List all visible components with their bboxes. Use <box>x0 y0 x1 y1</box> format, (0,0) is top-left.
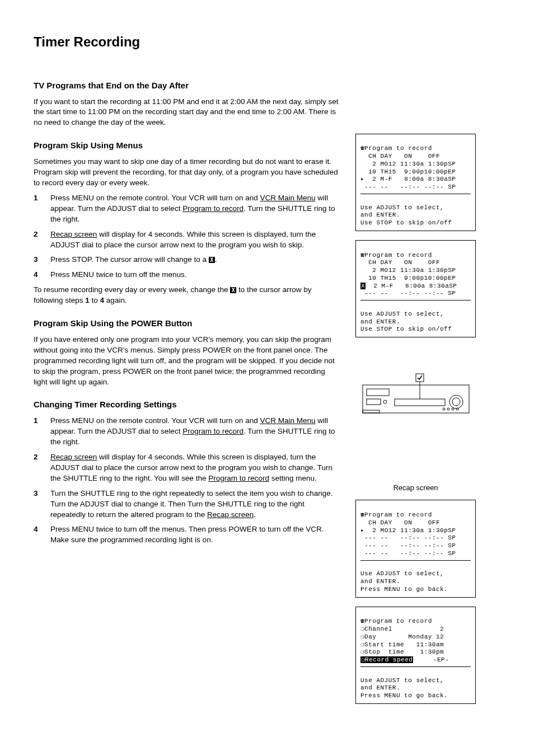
step-number: 2 <box>34 229 41 251</box>
svg-rect-4 <box>395 399 445 406</box>
paragraph-day-after: If you want to start the recording at 11… <box>34 97 339 129</box>
recap-caption: Recap screen <box>355 483 476 493</box>
svg-point-7 <box>443 408 445 410</box>
step-text: Recap screen will display for 4 seconds.… <box>50 229 339 251</box>
heading-day-after: TV Programs that End on the Day After <box>34 79 339 91</box>
step-text: Press MENU twice to turn off the menus. <box>50 270 339 280</box>
list-item: 3 Turn the SHUTTLE ring to the right rep… <box>34 489 339 520</box>
list-item: 1 Press MENU on the remote control. Your… <box>34 416 339 448</box>
step-text: Recap screen will display for 4 seconds.… <box>50 452 339 484</box>
list-item: 2 Recap screen will display for 4 second… <box>34 229 339 251</box>
osd-setting: ☎Program to record ❍Channel 2 ❍Day Monda… <box>355 607 476 704</box>
heading-skip-menus: Program Skip Using Menus <box>34 139 339 151</box>
step-number: 4 <box>34 524 41 546</box>
svg-point-6 <box>452 398 460 406</box>
step-text: Press MENU on the remote control. Your V… <box>50 416 339 448</box>
x-marker-icon: X <box>230 287 236 293</box>
list-item: 3 Press STOP. The cursor arrow will chan… <box>34 255 339 265</box>
sidebar-column: ☎Program to record CH DAY ON OFF 2 MO12 … <box>355 68 476 713</box>
svg-rect-11 <box>416 374 424 382</box>
changing-steps: 1 Press MENU on the remote control. Your… <box>34 416 339 546</box>
list-item: 4 Press MENU twice to turn off the menus… <box>34 524 339 546</box>
step-number: 3 <box>34 255 41 265</box>
osd-skip-before: ☎Program to record CH DAY ON OFF 2 MO12 … <box>355 134 476 231</box>
step-number: 3 <box>34 489 41 520</box>
svg-rect-3 <box>367 399 381 405</box>
skip-menus-steps: 1 Press MENU on the remote control. Your… <box>34 193 339 280</box>
step-number: 1 <box>34 416 41 448</box>
svg-point-5 <box>449 395 463 408</box>
svg-rect-1 <box>367 389 389 396</box>
main-column: TV Programs that End on the Day After If… <box>34 68 339 713</box>
list-item: 4 Press MENU twice to turn off the menus… <box>34 270 339 280</box>
osd-recap: ☎Program to record CH DAY ON OFF ▸ 2 MO1… <box>355 500 476 597</box>
svg-point-2 <box>383 400 387 403</box>
svg-point-8 <box>447 408 449 410</box>
step-number: 1 <box>34 193 41 225</box>
step-number: 4 <box>34 270 41 280</box>
step-number: 2 <box>34 452 41 484</box>
paragraph-skip-intro: Sometimes you may want to skip one day o… <box>34 157 339 189</box>
x-marker-icon: X <box>360 283 366 289</box>
heading-skip-power: Program Skip Using the POWER Button <box>34 317 339 329</box>
svg-rect-13 <box>363 410 380 413</box>
heading-changing: Changing Timer Recording Settings <box>34 398 339 410</box>
step-text: Press MENU twice to turn off the menus. … <box>50 524 339 546</box>
vcr-front-illustration <box>360 371 472 416</box>
step-text: Turn the SHUTTLE ring to the right repea… <box>50 489 339 520</box>
list-item: 1 Press MENU on the remote control. Your… <box>34 193 339 225</box>
page-title: Timer Recording <box>34 32 500 51</box>
x-marker-icon: X <box>209 257 215 263</box>
list-item: 2 Recap screen will display for 4 second… <box>34 452 339 484</box>
paragraph-resume: To resume recording every day or every w… <box>34 285 339 306</box>
step-text: Press STOP. The cursor arrow will change… <box>50 255 339 265</box>
svg-point-9 <box>452 408 454 410</box>
osd-skip-after: ☎Program to record CH DAY ON OFF 2 MO12 … <box>355 240 476 337</box>
step-text: Press MENU on the remote control. Your V… <box>50 193 339 225</box>
paragraph-skip-power: If you have entered only one program int… <box>34 335 339 387</box>
